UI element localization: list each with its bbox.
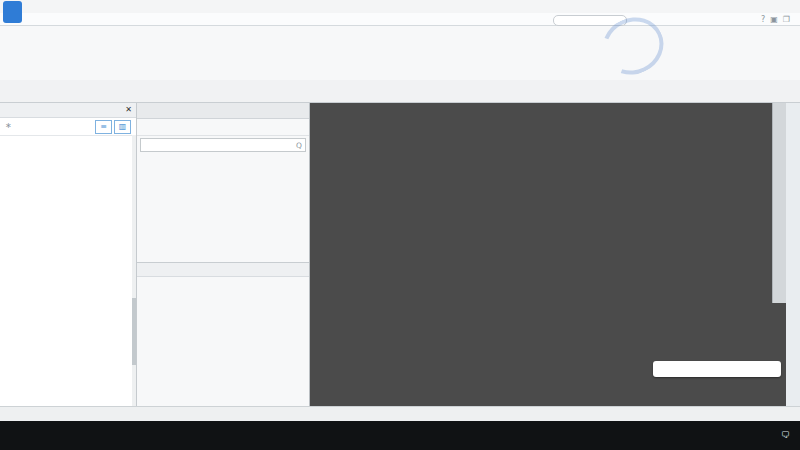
list-view-button[interactable]: ≡ — [95, 120, 112, 134]
component-search[interactable]: Q — [140, 138, 306, 152]
component-tree — [0, 135, 131, 406]
component-toolbar — [137, 119, 309, 136]
app-logo[interactable] — [3, 1, 22, 23]
nav-toolbar: ∗ ≡ ▥ — [0, 118, 136, 136]
options-bar — [0, 80, 800, 103]
property-panel — [137, 262, 309, 277]
component-panel-tabs — [137, 103, 309, 119]
nav-scrollbar[interactable] — [132, 135, 136, 406]
panel-close-icon[interactable]: ✕ — [125, 103, 132, 117]
titlebar-helper-icons: ? ▣ ❐ — [761, 15, 790, 24]
ribbon — [0, 26, 800, 81]
restore-document-icon[interactable]: ❐ — [783, 15, 790, 24]
property-panel-title — [137, 262, 309, 277]
detail-view-button[interactable]: ▥ — [114, 120, 131, 134]
filter-icon[interactable]: ∗ — [5, 121, 12, 130]
component-list-panel: Q — [137, 103, 310, 406]
help-icon[interactable]: ? — [761, 15, 765, 24]
navigation-panel: ✕ ∗ ≡ ▥ — [0, 103, 137, 406]
app-window: ? ▣ ❐ ✕ ∗ ≡ ▥ Q — [0, 0, 800, 450]
menu-tab-bar — [0, 13, 800, 26]
account-icon[interactable]: ▣ — [770, 15, 778, 24]
search-icon: Q — [296, 141, 302, 150]
view-toolbar — [772, 103, 786, 303]
ime-toolbar — [653, 361, 781, 377]
windows-taskbar: 🗨 — [0, 421, 800, 450]
title-bar — [0, 0, 800, 13]
notification-center-icon[interactable]: 🗨 — [781, 430, 790, 440]
component-group-row[interactable] — [137, 154, 309, 157]
search-input[interactable] — [553, 15, 627, 26]
status-bar — [0, 406, 800, 422]
